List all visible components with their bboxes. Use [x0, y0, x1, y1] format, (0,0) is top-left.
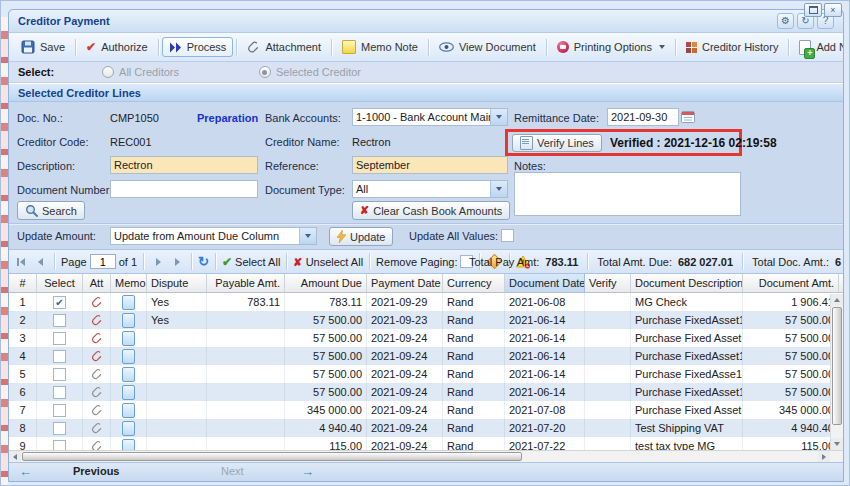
memo-note-icon[interactable]: [122, 385, 135, 400]
paperclip-gray-icon[interactable]: [91, 403, 103, 415]
memo-cell[interactable]: [111, 383, 147, 401]
attachment-cell[interactable]: [83, 311, 111, 329]
all-creditors-option[interactable]: All Creditors: [102, 66, 179, 78]
update-all-values-checkbox[interactable]: [501, 229, 514, 242]
previous-arrow-icon[interactable]: ←: [19, 465, 32, 478]
attachment-cell[interactable]: [83, 347, 111, 365]
settings-button[interactable]: ⚙: [777, 13, 794, 29]
memo-note-icon[interactable]: [122, 439, 135, 451]
remittance-date-input[interactable]: [607, 108, 679, 126]
payable-amt-cell[interactable]: [207, 329, 285, 347]
memo-cell[interactable]: [111, 365, 147, 383]
update-button[interactable]: Update: [329, 227, 393, 246]
memo-note-button[interactable]: Memo Note: [335, 36, 425, 58]
col-header-verify[interactable]: Verify: [585, 274, 631, 293]
page-input[interactable]: [90, 254, 116, 269]
unselect-all-button[interactable]: ✘ Unselect All: [293, 256, 363, 268]
attachment-cell[interactable]: [83, 437, 111, 450]
process-button[interactable]: Process: [162, 37, 234, 57]
calendar-icon[interactable]: [681, 110, 695, 125]
memo-note-icon[interactable]: [122, 313, 135, 328]
search-button[interactable]: Search: [17, 201, 85, 220]
row-select-cell[interactable]: [37, 401, 83, 419]
attachment-cell[interactable]: [83, 329, 111, 347]
row-checkbox[interactable]: [53, 368, 66, 381]
page-next-button[interactable]: [150, 254, 166, 270]
paperclip-gray-icon[interactable]: [91, 367, 103, 379]
paperclip-gray-icon[interactable]: [91, 421, 103, 433]
payable-amt-cell[interactable]: 783.11: [207, 293, 285, 311]
attachment-button[interactable]: Attachment: [240, 37, 328, 58]
col-header-description[interactable]: Document Description: [631, 274, 743, 293]
memo-note-icon[interactable]: [122, 349, 135, 364]
vertical-scrollbar-thumb[interactable]: [832, 307, 842, 425]
memo-note-icon[interactable]: [122, 403, 135, 418]
horizontal-scrollbar[interactable]: [9, 450, 843, 462]
row-select-cell[interactable]: [37, 437, 83, 450]
memo-cell[interactable]: [111, 311, 147, 329]
col-header-select[interactable]: Select: [37, 274, 83, 293]
col-header-payment_date[interactable]: Payment Date: [367, 274, 443, 293]
page-first-button[interactable]: [13, 254, 29, 270]
row-checkbox[interactable]: [53, 386, 66, 399]
grid-row-7[interactable]: 7345 000.002021-09-24Rand2021-07-08Purch…: [9, 401, 843, 419]
save-button[interactable]: Save: [14, 36, 72, 58]
row-select-cell[interactable]: [37, 347, 83, 365]
all-creditors-radio[interactable]: [102, 66, 114, 78]
paperclip-red-icon[interactable]: [91, 313, 103, 325]
dropdown-trigger[interactable]: [299, 228, 316, 244]
scroll-left-button[interactable]: [9, 451, 21, 462]
refresh-grid-button[interactable]: ↻: [198, 255, 209, 268]
row-select-cell[interactable]: [37, 383, 83, 401]
row-select-cell[interactable]: ✔: [37, 293, 83, 311]
paperclip-red-icon[interactable]: [91, 295, 103, 307]
creditor-history-button[interactable]: Creditor History: [679, 37, 785, 57]
row-checkbox[interactable]: [53, 350, 66, 363]
attachment-cell[interactable]: [83, 365, 111, 383]
row-checkbox[interactable]: [53, 404, 66, 417]
memo-cell[interactable]: [111, 401, 147, 419]
vertical-scrollbar[interactable]: [830, 294, 843, 450]
row-select-cell[interactable]: [37, 311, 83, 329]
authorize-button[interactable]: ✔ Authorize: [79, 37, 155, 57]
previous-button[interactable]: Previous: [73, 465, 119, 477]
col-header-payable[interactable]: Payable Amt.: [207, 274, 285, 293]
memo-note-icon[interactable]: [122, 367, 135, 382]
add-new-documents-button[interactable]: Add New Document(s): [792, 36, 844, 59]
col-header-currency[interactable]: Currency: [443, 274, 505, 293]
row-checkbox[interactable]: [53, 422, 66, 435]
memo-cell[interactable]: [111, 419, 147, 437]
row-select-cell[interactable]: [37, 329, 83, 347]
grid-row-1[interactable]: 1✔Yes783.11783.112021-09-29Rand2021-06-0…: [9, 293, 843, 311]
row-checkbox[interactable]: [53, 332, 66, 345]
memo-cell[interactable]: [111, 293, 147, 311]
description-input[interactable]: [110, 156, 258, 174]
attachment-cell[interactable]: [83, 401, 111, 419]
horizontal-scrollbar-thumb[interactable]: [22, 452, 522, 461]
clear-cash-book-button[interactable]: ✘ Clear Cash Book Amounts: [352, 201, 510, 220]
update-amount-select[interactable]: Update from Amount Due Column: [110, 227, 317, 245]
view-document-button[interactable]: View Document: [432, 37, 543, 57]
document-number-input[interactable]: [110, 180, 258, 198]
scroll-right-button[interactable]: [818, 451, 830, 462]
page-prev-button[interactable]: [32, 254, 48, 270]
paperclip-red-icon[interactable]: [91, 331, 103, 343]
maximize-window-button[interactable]: [804, 3, 822, 17]
reference-input[interactable]: [352, 156, 508, 174]
memo-note-icon[interactable]: [122, 295, 135, 310]
payable-amt-cell[interactable]: [207, 347, 285, 365]
page-last-button[interactable]: [169, 254, 185, 270]
printing-options-button[interactable]: Printing Options: [550, 37, 672, 57]
scroll-down-button[interactable]: [831, 438, 843, 450]
row-checkbox[interactable]: [53, 440, 66, 450]
attachment-cell[interactable]: [83, 419, 111, 437]
selected-creditor-radio[interactable]: [259, 66, 271, 78]
row-select-cell[interactable]: [37, 419, 83, 437]
paperclip-red-icon[interactable]: [91, 349, 103, 361]
next-button[interactable]: Next: [221, 465, 244, 477]
col-header-document_date[interactable]: Document Date: [505, 274, 585, 293]
row-checkbox[interactable]: [53, 314, 66, 327]
grid-row-4[interactable]: 457 500.002021-09-24Rand2021-06-14Purcha…: [9, 347, 843, 365]
col-header-amount_due[interactable]: Amount Due: [285, 274, 367, 293]
grid-row-3[interactable]: 357 500.002021-09-24Rand2021-06-14Purcha…: [9, 329, 843, 347]
